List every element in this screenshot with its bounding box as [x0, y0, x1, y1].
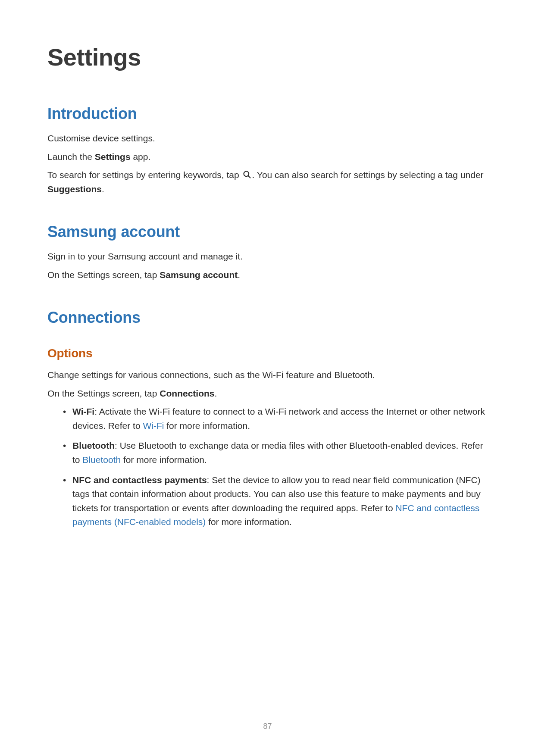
bullet-text: for more information. [206, 517, 292, 527]
page-title: Settings [47, 43, 488, 71]
text: app. [131, 152, 151, 162]
link-wifi[interactable]: Wi-Fi [143, 421, 164, 431]
samsung-para-2: On the Settings screen, tap Samsung acco… [47, 268, 488, 282]
heading-samsung-account: Samsung account [47, 223, 488, 241]
search-icon [243, 169, 251, 178]
bullet-bold: Bluetooth [72, 440, 115, 450]
heading-connections: Connections [47, 309, 488, 327]
text: . [102, 184, 104, 194]
connections-bullets: Wi-Fi: Activate the Wi-Fi feature to con… [47, 405, 488, 529]
bullet-bold: NFC and contactless payments [72, 475, 207, 485]
bold-settings: Settings [95, 152, 131, 162]
list-item: Bluetooth: Use Bluetooth to exchange dat… [63, 439, 488, 467]
section-connections: Connections Options Change settings for … [47, 309, 488, 529]
list-item: Wi-Fi: Activate the Wi-Fi feature to con… [63, 405, 488, 433]
text: . [238, 270, 240, 280]
bold-suggestions: Suggestions [47, 184, 102, 194]
text: Launch the [47, 152, 95, 162]
connections-para-1: Change settings for various connections,… [47, 368, 488, 382]
text: To search for settings by entering keywo… [47, 170, 242, 180]
text: . You can also search for settings by se… [252, 170, 484, 180]
bold-samsung-account: Samsung account [160, 270, 238, 280]
text: On the Settings screen, tap [47, 270, 160, 280]
section-introduction: Introduction Customise device settings. … [47, 105, 488, 196]
bullet-text: : Activate the Wi-Fi feature to connect … [72, 406, 485, 431]
list-item: NFC and contactless payments: Set the de… [63, 473, 488, 529]
intro-para-3: To search for settings by entering keywo… [47, 168, 488, 196]
subheading-options: Options [47, 347, 488, 360]
text: . [215, 388, 217, 398]
bullet-bold: Wi-Fi [72, 406, 94, 416]
connections-para-2: On the Settings screen, tap Connections. [47, 387, 488, 401]
samsung-para-1: Sign in to your Samsung account and mana… [47, 250, 488, 264]
svg-line-1 [248, 176, 250, 178]
section-samsung-account: Samsung account Sign in to your Samsung … [47, 223, 488, 282]
intro-para-2: Launch the Settings app. [47, 150, 488, 164]
bold-connections: Connections [160, 388, 214, 398]
text: On the Settings screen, tap [47, 388, 160, 398]
heading-introduction: Introduction [47, 105, 488, 123]
bullet-text: for more information. [164, 421, 250, 431]
link-bluetooth[interactable]: Bluetooth [82, 455, 121, 465]
intro-para-1: Customise device settings. [47, 131, 488, 146]
bullet-text: for more information. [121, 455, 207, 465]
page-number: 87 [0, 722, 535, 731]
